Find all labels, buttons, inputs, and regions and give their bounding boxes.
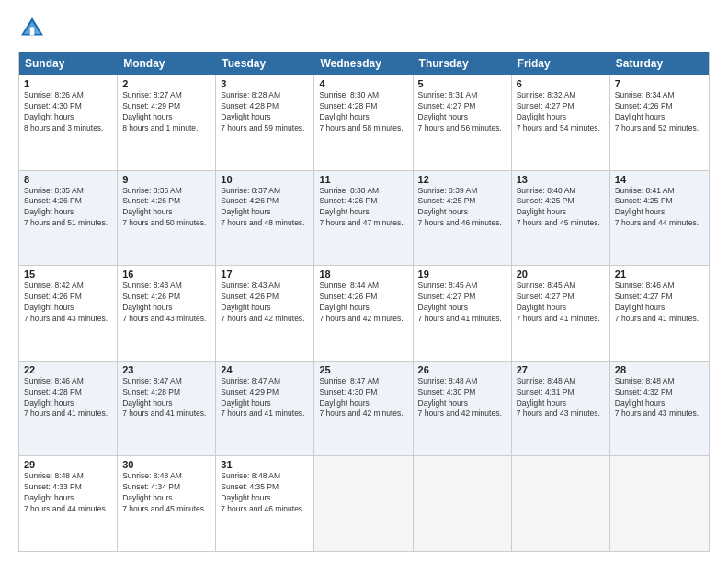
day-number: 10 [221,174,309,185]
day-number: 28 [615,364,704,375]
calendar-cell: 21Sunrise: 8:46 AMSunset: 4:27 PMDayligh… [610,266,709,361]
day-info: Sunrise: 8:45 AMSunset: 4:27 PMDaylight … [517,281,605,325]
logo-icon [18,15,46,42]
day-number: 20 [517,269,605,280]
calendar-cell: 10Sunrise: 8:37 AMSunset: 4:26 PMDayligh… [216,171,314,266]
day-number: 2 [122,78,210,89]
logo [18,15,50,42]
weekday-header: Sunday [19,52,118,75]
day-info: Sunrise: 8:37 AMSunset: 4:26 PMDaylight … [221,186,309,230]
calendar-body: 1Sunrise: 8:26 AMSunset: 4:30 PMDaylight… [19,75,709,551]
day-info: Sunrise: 8:45 AMSunset: 4:27 PMDaylight … [418,281,506,325]
day-number: 29 [24,459,112,470]
page: SundayMondayTuesdayWednesdayThursdayFrid… [0,0,728,563]
weekday-header: Wednesday [314,52,413,75]
calendar-cell: 18Sunrise: 8:44 AMSunset: 4:26 PMDayligh… [314,266,413,361]
day-info: Sunrise: 8:46 AMSunset: 4:28 PMDaylight … [24,376,112,420]
calendar-cell: 11Sunrise: 8:38 AMSunset: 4:26 PMDayligh… [314,171,413,266]
calendar-cell: 24Sunrise: 8:47 AMSunset: 4:29 PMDayligh… [216,362,314,456]
calendar-row: 8Sunrise: 8:35 AMSunset: 4:26 PMDaylight… [19,170,709,266]
calendar-cell [610,456,709,551]
day-number: 15 [24,269,112,280]
weekday-header: Monday [118,52,216,75]
calendar-cell: 12Sunrise: 8:39 AMSunset: 4:25 PMDayligh… [414,171,512,266]
day-info: Sunrise: 8:39 AMSunset: 4:25 PMDaylight … [418,186,506,230]
day-number: 12 [418,174,506,185]
day-number: 3 [221,78,309,89]
day-info: Sunrise: 8:34 AMSunset: 4:26 PMDaylight … [615,90,704,134]
day-number: 4 [319,78,407,89]
day-info: Sunrise: 8:30 AMSunset: 4:28 PMDaylight … [319,90,407,134]
day-number: 6 [517,78,605,89]
calendar-cell: 9Sunrise: 8:36 AMSunset: 4:26 PMDaylight… [118,171,216,266]
day-number: 11 [319,174,407,185]
calendar-cell: 15Sunrise: 8:42 AMSunset: 4:26 PMDayligh… [19,266,118,361]
calendar-cell: 13Sunrise: 8:40 AMSunset: 4:25 PMDayligh… [512,171,610,266]
calendar-cell: 6Sunrise: 8:32 AMSunset: 4:27 PMDaylight… [512,75,610,170]
day-info: Sunrise: 8:38 AMSunset: 4:26 PMDaylight … [319,186,407,230]
day-info: Sunrise: 8:42 AMSunset: 4:26 PMDaylight … [24,281,112,325]
weekday-header: Tuesday [216,52,314,75]
day-info: Sunrise: 8:48 AMSunset: 4:32 PMDaylight … [615,376,704,420]
header [18,15,710,42]
day-info: Sunrise: 8:26 AMSunset: 4:30 PMDaylight … [24,90,112,134]
day-info: Sunrise: 8:47 AMSunset: 4:28 PMDaylight … [122,376,210,420]
day-info: Sunrise: 8:47 AMSunset: 4:30 PMDaylight … [319,376,407,420]
calendar: SundayMondayTuesdayWednesdayThursdayFrid… [18,52,710,552]
day-number: 31 [221,459,309,470]
day-number: 13 [517,174,605,185]
calendar-cell: 20Sunrise: 8:45 AMSunset: 4:27 PMDayligh… [512,266,610,361]
day-info: Sunrise: 8:46 AMSunset: 4:27 PMDaylight … [615,281,704,325]
calendar-cell: 27Sunrise: 8:48 AMSunset: 4:31 PMDayligh… [512,362,610,456]
calendar-cell: 1Sunrise: 8:26 AMSunset: 4:30 PMDaylight… [19,75,118,170]
day-number: 9 [122,174,210,185]
calendar-row: 29Sunrise: 8:48 AMSunset: 4:33 PMDayligh… [19,455,709,551]
day-info: Sunrise: 8:31 AMSunset: 4:27 PMDaylight … [418,90,506,134]
calendar-header: SundayMondayTuesdayWednesdayThursdayFrid… [19,52,709,75]
day-info: Sunrise: 8:48 AMSunset: 4:35 PMDaylight … [221,471,309,515]
calendar-cell [314,456,413,551]
day-info: Sunrise: 8:48 AMSunset: 4:31 PMDaylight … [517,376,605,420]
calendar-cell: 4Sunrise: 8:30 AMSunset: 4:28 PMDaylight… [314,75,413,170]
day-number: 25 [319,364,407,375]
day-number: 1 [24,78,112,89]
day-number: 30 [122,459,210,470]
day-info: Sunrise: 8:28 AMSunset: 4:28 PMDaylight … [221,90,309,134]
day-info: Sunrise: 8:43 AMSunset: 4:26 PMDaylight … [221,281,309,325]
weekday-header: Friday [512,52,610,75]
day-info: Sunrise: 8:36 AMSunset: 4:26 PMDaylight … [122,186,210,230]
day-number: 26 [418,364,506,375]
day-info: Sunrise: 8:48 AMSunset: 4:33 PMDaylight … [24,471,112,515]
day-number: 27 [517,364,605,375]
calendar-cell: 7Sunrise: 8:34 AMSunset: 4:26 PMDaylight… [610,75,709,170]
calendar-cell: 23Sunrise: 8:47 AMSunset: 4:28 PMDayligh… [118,362,216,456]
calendar-cell: 25Sunrise: 8:47 AMSunset: 4:30 PMDayligh… [314,362,413,456]
day-number: 17 [221,269,309,280]
day-info: Sunrise: 8:41 AMSunset: 4:25 PMDaylight … [615,186,704,230]
calendar-cell: 30Sunrise: 8:48 AMSunset: 4:34 PMDayligh… [118,456,216,551]
day-number: 22 [24,364,112,375]
day-number: 24 [221,364,309,375]
day-info: Sunrise: 8:43 AMSunset: 4:26 PMDaylight … [122,281,210,325]
weekday-header: Saturday [610,52,709,75]
calendar-cell: 22Sunrise: 8:46 AMSunset: 4:28 PMDayligh… [19,362,118,456]
calendar-cell: 3Sunrise: 8:28 AMSunset: 4:28 PMDaylight… [216,75,314,170]
day-number: 19 [418,269,506,280]
day-info: Sunrise: 8:35 AMSunset: 4:26 PMDaylight … [24,186,112,230]
day-info: Sunrise: 8:40 AMSunset: 4:25 PMDaylight … [517,186,605,230]
day-number: 14 [615,174,704,185]
calendar-cell [414,456,512,551]
calendar-cell: 8Sunrise: 8:35 AMSunset: 4:26 PMDaylight… [19,171,118,266]
day-number: 7 [615,78,704,89]
calendar-row: 22Sunrise: 8:46 AMSunset: 4:28 PMDayligh… [19,361,709,456]
weekday-header: Thursday [414,52,512,75]
calendar-cell: 17Sunrise: 8:43 AMSunset: 4:26 PMDayligh… [216,266,314,361]
calendar-row: 1Sunrise: 8:26 AMSunset: 4:30 PMDaylight… [19,75,709,170]
calendar-row: 15Sunrise: 8:42 AMSunset: 4:26 PMDayligh… [19,265,709,361]
day-info: Sunrise: 8:47 AMSunset: 4:29 PMDaylight … [221,376,309,420]
day-number: 23 [122,364,210,375]
day-number: 21 [615,269,704,280]
calendar-cell: 16Sunrise: 8:43 AMSunset: 4:26 PMDayligh… [118,266,216,361]
day-number: 18 [319,269,407,280]
day-number: 8 [24,174,112,185]
